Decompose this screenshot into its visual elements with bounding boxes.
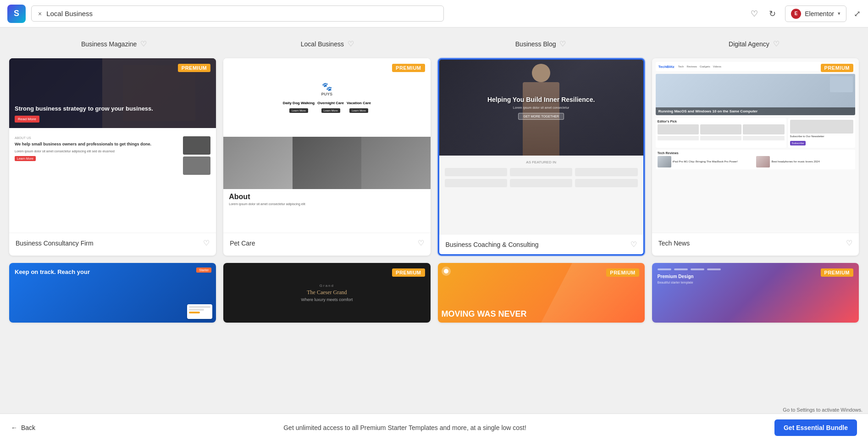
- heart-icon-business-blog[interactable]: ♡: [559, 39, 566, 48]
- heart-icon-business-coaching[interactable]: ♡: [630, 240, 637, 249]
- template-preview-business-consultancy: Strong business strategy to grow your bu…: [9, 58, 216, 233]
- header: S × ♡ ↻ E Elementor ▾ ⤢: [0, 0, 868, 28]
- template-card-business-consultancy[interactable]: PREMIUM Strong business strategy to grow…: [9, 58, 216, 256]
- pc-about-title: About: [229, 193, 425, 201]
- premium-badge-purple: PREMIUM: [821, 268, 853, 277]
- favorites-button[interactable]: ♡: [749, 7, 760, 21]
- bc-about-sub: Lorem ipsum dolor sit amet consectetur a…: [15, 149, 179, 154]
- card-title-business-consultancy: Business Consultancy Firm: [16, 240, 94, 247]
- card-footer-business-coaching: Business Coaching & Consulting ♡: [439, 234, 643, 254]
- bc2-orange-btn: Starter: [196, 268, 211, 273]
- moving-text: Moving Was Never: [442, 310, 527, 319]
- label-text-business-magazine: Business Magazine: [81, 40, 137, 48]
- bottom-card-purple[interactable]: PREMIUM Premium Design Beautiful starter…: [652, 263, 859, 323]
- tn-tech-item1: iPad Pro M1 Chip: Bringing The MacBook P…: [673, 160, 738, 163]
- bc-hero-text: Strong business strategy to grow your bu…: [15, 105, 210, 113]
- card-title-business-coaching: Business Coaching & Consulting: [446, 241, 539, 248]
- pc-service2: Overnight Care: [317, 101, 344, 105]
- featured-logo-5: [510, 179, 572, 187]
- heart-icon-business-consultancy[interactable]: ♡: [203, 239, 210, 247]
- premium-badge: PREMIUM: [178, 64, 210, 72]
- template-grid: PREMIUM Strong business strategy to grow…: [9, 58, 859, 256]
- featured-logo-3: [575, 168, 637, 176]
- template-preview-pet-care: 🐾 PUYS Daily Dog Walking Learn More Over…: [223, 58, 430, 233]
- premium-badge-moving: PREMIUM: [606, 268, 639, 277]
- footer: ← Back Get unlimited access to all Premi…: [0, 413, 868, 441]
- bc-about-heading: We help small business owners and profes…: [15, 141, 179, 147]
- clear-search-icon[interactable]: ×: [38, 10, 42, 17]
- pc-service1: Daily Dog Walking: [283, 101, 315, 105]
- main-content: Business Magazine ♡ Local Business ♡ Bus…: [0, 28, 868, 359]
- heart-icon-business-magazine[interactable]: ♡: [140, 39, 147, 48]
- premium-badge-caeser: PREMIUM: [392, 268, 425, 277]
- card-title-pet-care: Pet Care: [230, 240, 255, 247]
- top-label-business-magazine[interactable]: Business Magazine ♡: [11, 35, 217, 53]
- bottom-card-caeser-grand[interactable]: PREMIUM Grand The Caeser Grand Where lux…: [223, 263, 430, 323]
- top-label-local-business[interactable]: Local Business ♡: [224, 35, 430, 53]
- back-arrow-icon: ←: [11, 424, 17, 431]
- tn-editors-pick: Editor's Pick: [658, 120, 785, 123]
- heart-icon-tech-news[interactable]: ♡: [846, 239, 852, 247]
- get-bundle-button[interactable]: Get Essential Bundle: [774, 419, 857, 436]
- label-text-business-blog: Business Blog: [515, 40, 556, 48]
- search-bar[interactable]: ×: [31, 6, 444, 22]
- featured-logo-2: [510, 168, 572, 176]
- coaching-featured-label: AS FEATURED IN: [445, 160, 638, 164]
- activate-windows-notice: Go to Settings to activate Windows.: [783, 407, 862, 413]
- footer-promo-text: Get unlimited access to all Premium Star…: [283, 424, 526, 431]
- template-card-tech-news[interactable]: PREMIUM TechBlitz Tech Reviews Gadgets V…: [652, 58, 859, 256]
- label-text-digital-agency: Digital Agency: [729, 40, 769, 48]
- header-actions: ♡ ↻ E Elementor ▾ ⤢: [749, 6, 861, 22]
- refresh-button[interactable]: ↻: [767, 7, 778, 21]
- bottom-card-moving[interactable]: PREMIUM Moving Was Never: [438, 263, 645, 323]
- label-text-local-business: Local Business: [301, 40, 344, 48]
- tn-hero-title: Running MacOS and Windows 10 on the Same…: [658, 109, 852, 113]
- featured-logo-4: [445, 179, 507, 187]
- elementor-icon: E: [791, 9, 801, 19]
- back-button[interactable]: ← Back: [11, 424, 35, 431]
- bc-about-btn: Learn More: [15, 156, 36, 161]
- card-footer-pet-care: Pet Care ♡: [223, 233, 430, 253]
- bc-hero-btn: Read More: [15, 116, 39, 123]
- heart-icon-pet-care[interactable]: ♡: [418, 239, 424, 247]
- app-logo: S: [7, 5, 26, 23]
- bottom-card-keep-on-track[interactable]: Keep on track. Reach your Starter: [9, 263, 216, 323]
- elementor-selector[interactable]: E Elementor ▾: [785, 6, 846, 22]
- top-label-business-blog[interactable]: Business Blog ♡: [438, 35, 644, 53]
- pc-service3: Vacation Care: [347, 101, 371, 105]
- template-card-pet-care[interactable]: PREMIUM 🐾 PUYS Daily Dog Walking: [223, 58, 430, 256]
- card-footer-tech-news: Tech News ♡: [652, 233, 859, 253]
- template-preview-business-coaching: Helping You Build Inner Resilience. Lore…: [439, 60, 643, 234]
- top-label-digital-agency[interactable]: Digital Agency ♡: [651, 35, 857, 53]
- caeser-title: The Caeser Grand: [301, 289, 353, 296]
- back-button-label: Back: [21, 424, 35, 431]
- tn-tech-reviews-title: Tech Reviews: [658, 151, 853, 155]
- elementor-dropdown-icon: ▾: [838, 11, 840, 17]
- pc-about-text: Lorem ipsum dolor sit amet consectetur a…: [229, 202, 425, 206]
- search-input[interactable]: [46, 10, 437, 17]
- featured-logo-1: [445, 168, 507, 176]
- heart-icon-digital-agency[interactable]: ♡: [773, 39, 780, 48]
- heart-icon-local-business[interactable]: ♡: [348, 39, 354, 48]
- premium-badge-tech-news: PREMIUM: [821, 64, 853, 72]
- featured-logo-6: [575, 179, 637, 187]
- card-footer-business-consultancy: Business Consultancy Firm ♡: [9, 233, 216, 253]
- elementor-label: Elementor: [805, 10, 834, 17]
- coaching-cta: GET MORE TOGETHER: [518, 113, 564, 120]
- bottom-row: Keep on track. Reach your Starter PREMIU…: [9, 263, 859, 323]
- tn-nav-logo: TechBlitz: [658, 65, 674, 69]
- card-title-tech-news: Tech News: [658, 240, 690, 247]
- bc2-text: Keep on track. Reach your: [15, 268, 210, 276]
- coaching-headline: Helping You Build Inner Resilience.: [487, 95, 595, 104]
- external-link-button[interactable]: ⤢: [854, 9, 861, 19]
- template-preview-tech-news: TechBlitz Tech Reviews Gadgets Videos Ru…: [652, 58, 859, 233]
- premium-badge-pet-care: PREMIUM: [392, 64, 425, 72]
- template-card-business-coaching[interactable]: Helping You Build Inner Resilience. Lore…: [438, 58, 645, 256]
- top-labels-row: Business Magazine ♡ Local Business ♡ Bus…: [9, 35, 859, 53]
